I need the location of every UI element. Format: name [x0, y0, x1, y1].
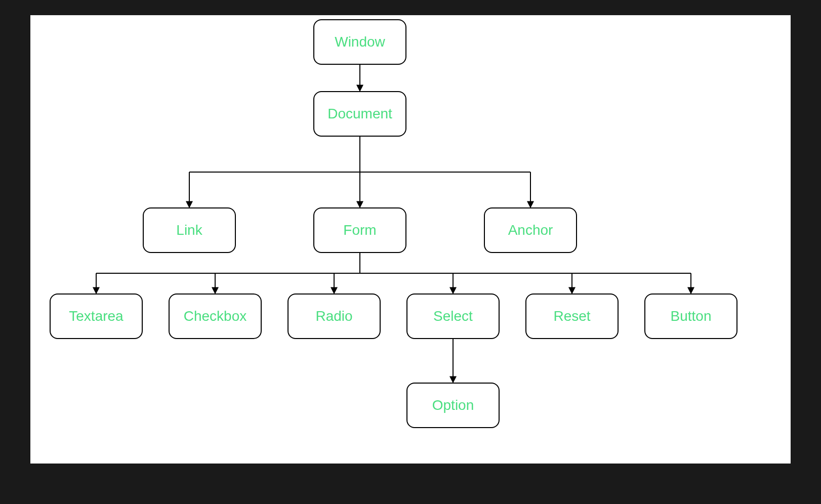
node-option: Option	[406, 383, 500, 428]
node-label: Anchor	[508, 222, 553, 238]
node-label: Textarea	[69, 308, 123, 324]
node-label: Link	[176, 222, 202, 238]
node-checkbox: Checkbox	[169, 293, 262, 339]
node-label: Select	[433, 308, 473, 324]
node-label: Form	[343, 222, 376, 238]
node-radio: Radio	[288, 293, 381, 339]
diagram-canvas: Window Document Link Form Anchor Textare…	[30, 15, 791, 464]
node-label: Document	[327, 106, 392, 122]
node-textarea: Textarea	[50, 293, 143, 339]
node-document: Document	[313, 91, 406, 137]
node-form: Form	[313, 207, 406, 253]
node-label: Checkbox	[184, 308, 247, 324]
node-label: Option	[432, 397, 474, 413]
node-anchor: Anchor	[484, 207, 577, 253]
page-background: Window Document Link Form Anchor Textare…	[0, 0, 821, 504]
node-label: Radio	[315, 308, 352, 324]
node-label: Reset	[553, 308, 590, 324]
node-window: Window	[313, 19, 406, 65]
node-label: Button	[671, 308, 712, 324]
node-link: Link	[143, 207, 236, 253]
node-select: Select	[406, 293, 500, 339]
node-button: Button	[644, 293, 737, 339]
node-label: Window	[335, 34, 385, 50]
node-reset: Reset	[525, 293, 619, 339]
